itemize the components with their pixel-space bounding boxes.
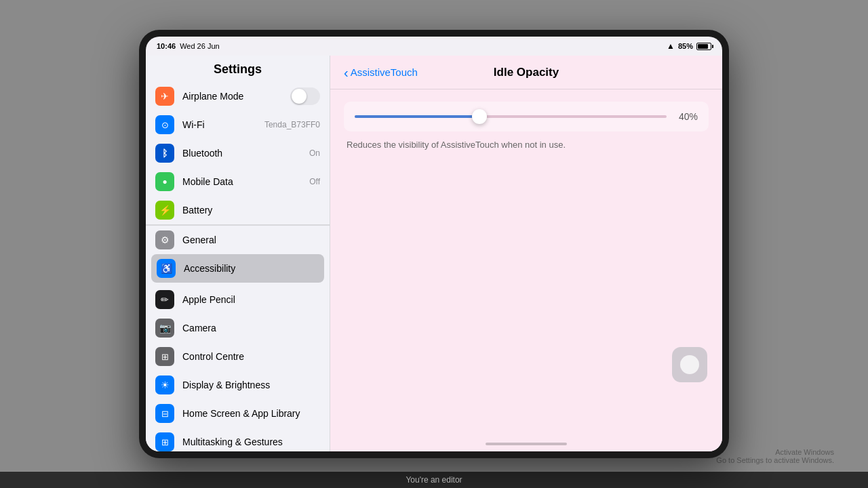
back-chevron-icon: ‹ [344, 66, 349, 79]
assistive-touch-button[interactable] [672, 347, 707, 382]
bluetooth-value: On [309, 148, 320, 158]
airplane-mode-toggle[interactable] [290, 87, 320, 105]
airplane-mode-label: Airplane Mode [182, 91, 290, 102]
slider-track[interactable] [355, 115, 667, 118]
home-screen-icon: ⊟ [155, 404, 174, 423]
assistive-touch-inner [680, 355, 699, 374]
sidebar: Settings ✈ Airplane Mode ⊙ Wi-Fi [146, 56, 330, 451]
slider-description: Reduces the visibility of AssistiveTouch… [344, 138, 709, 150]
control-centre-icon: ⊞ [155, 347, 174, 366]
wifi-value: Tenda_B73FF0 [264, 120, 320, 129]
apple-pencil-icon: ✏ [155, 290, 174, 309]
home-indicator [330, 436, 722, 451]
sidebar-item-airplane-mode[interactable]: ✈ Airplane Mode [146, 82, 330, 110]
mobile-data-value: Off [309, 177, 320, 186]
mobile-data-label: Mobile Data [182, 176, 309, 187]
sidebar-title: Settings [146, 56, 330, 82]
activate-windows-line1: Activate Windows [716, 448, 834, 456]
accessibility-label: Accessibility [184, 263, 319, 274]
slider-fill [355, 115, 479, 118]
activate-windows-line2: Go to Settings to activate Windows. [716, 456, 834, 464]
status-bar-left: 10:46 Wed 26 Jun [157, 42, 220, 50]
right-body: 40% Reduces the visibility of AssistiveT… [330, 89, 722, 436]
back-button-label[interactable]: AssistiveTouch [351, 66, 418, 78]
status-bar: 10:46 Wed 26 Jun ▲ 85% [146, 37, 722, 56]
multitasking-icon: ⊞ [155, 432, 174, 451]
general-icon: ⚙ [155, 230, 174, 249]
apple-pencil-label: Apple Pencil [182, 294, 320, 305]
back-button[interactable]: ‹ AssistiveTouch [344, 66, 418, 79]
main-layout: Settings ✈ Airplane Mode ⊙ Wi-Fi [146, 56, 722, 451]
tablet-screen: 10:46 Wed 26 Jun ▲ 85% [146, 37, 722, 451]
status-time: 10:46 [157, 42, 176, 50]
right-header: ‹ AssistiveTouch Idle Opacity [330, 56, 722, 89]
slider-card: 40% [344, 102, 709, 131]
bottom-bar-text: You're an editor [406, 475, 462, 485]
camera-icon: 📷 [155, 319, 174, 338]
sidebar-item-apple-pencil[interactable]: ✏ Apple Pencil [146, 285, 330, 314]
sidebar-item-camera[interactable]: 📷 Camera [146, 314, 330, 342]
sidebar-item-multitasking[interactable]: ⊞ Multitasking & Gestures [146, 428, 330, 451]
slider-thumb[interactable] [472, 109, 487, 124]
slider-description-text: Reduces the visibility of AssistiveTouch… [347, 140, 566, 150]
wifi-label: Wi-Fi [182, 119, 264, 130]
sidebar-item-display[interactable]: ☀ Display & Brightness [146, 371, 330, 399]
sidebar-item-home-screen[interactable]: ⊟ Home Screen & App Library [146, 399, 330, 428]
sidebar-item-wifi[interactable]: ⊙ Wi-Fi Tenda_B73FF0 [146, 110, 330, 139]
general-label: General [182, 235, 320, 245]
display-label: Display & Brightness [182, 380, 320, 390]
camera-label: Camera [182, 323, 320, 333]
sidebar-item-general[interactable]: ⚙ General [146, 226, 330, 254]
status-date: Wed 26 Jun [180, 42, 220, 50]
home-bar [486, 443, 567, 445]
accessibility-icon: ♿ [157, 259, 176, 278]
sidebar-item-accessibility[interactable]: ♿ Accessibility [151, 254, 324, 283]
slider-percent-label: 40% [673, 111, 698, 122]
bluetooth-icon: ᛒ [155, 144, 174, 163]
multitasking-label: Multitasking & Gestures [182, 436, 320, 447]
bottom-status-bar: You're an editor [0, 472, 868, 488]
sidebar-item-bluetooth[interactable]: ᛒ Bluetooth On [146, 139, 330, 167]
wifi-item-icon: ⊙ [155, 115, 174, 134]
status-bar-right: ▲ 85% [667, 41, 711, 51]
battery-icon [696, 43, 711, 50]
right-panel: ‹ AssistiveTouch Idle Opacity [330, 56, 722, 451]
wifi-icon: ▲ [667, 41, 675, 51]
activate-windows-watermark: Activate Windows Go to Settings to activ… [716, 448, 834, 464]
tablet-frame: 10:46 Wed 26 Jun ▲ 85% [139, 30, 729, 458]
battery-item-icon: ⚡ [155, 201, 174, 220]
home-screen-label: Home Screen & App Library [182, 408, 320, 419]
control-centre-label: Control Centre [182, 351, 320, 362]
sidebar-item-control-centre[interactable]: ⊞ Control Centre [146, 342, 330, 371]
panel-title: Idle Opacity [494, 66, 559, 79]
bluetooth-label: Bluetooth [182, 148, 309, 159]
battery-label: Battery [182, 205, 320, 216]
display-icon: ☀ [155, 375, 174, 394]
sidebar-item-battery[interactable]: ⚡ Battery [146, 196, 330, 224]
mobile-data-icon: ● [155, 172, 174, 191]
slider-row: 40% [355, 111, 698, 122]
battery-percent: 85% [678, 42, 693, 50]
sidebar-item-mobile-data[interactable]: ● Mobile Data Off [146, 167, 330, 196]
airplane-mode-icon: ✈ [155, 87, 174, 106]
